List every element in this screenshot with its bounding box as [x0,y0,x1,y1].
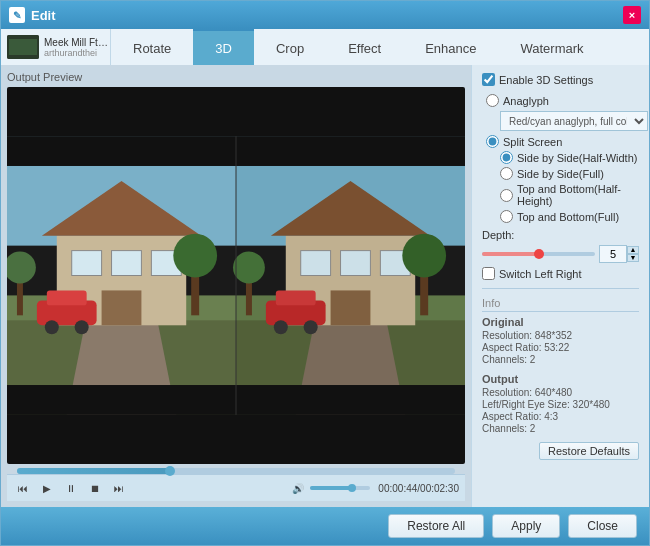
svg-rect-30 [301,251,331,276]
svg-point-36 [274,320,288,334]
controls-bar: ⏮ ▶ ⏸ ⏹ ⏭ 🔊 00:00:44/00:02:30 [7,474,465,501]
svg-point-41 [233,252,265,284]
tab-crop[interactable]: Crop [254,29,326,65]
anaglyph-row: Anaglyph [486,94,639,107]
svg-rect-12 [102,290,142,325]
side-by-side-half-radio[interactable] [500,151,513,164]
skip-forward-button[interactable]: ⏭ [109,478,129,498]
restore-defaults-row: Restore Defaults [482,442,639,460]
tab-bar: Rotate 3D Crop Effect Enhance Watermark [111,29,649,65]
depth-input[interactable] [599,245,627,263]
close-button[interactable]: Close [568,514,637,538]
title-bar: ✎ Edit × [1,1,649,29]
stop-button[interactable]: ⏹ [85,478,105,498]
file-thumbnail [7,35,39,59]
file-sidebar: Meek Mill Ft. ... arthurandthei [1,29,111,65]
svg-rect-43 [236,385,465,415]
enable-3d-label: Enable 3D Settings [499,74,593,86]
depth-increment-button[interactable]: ▲ [627,246,639,254]
switch-lr-row: Switch Left Right [482,267,639,280]
svg-point-39 [402,234,446,278]
info-title: Info [482,297,639,312]
svg-point-18 [173,234,217,278]
top-bottom-half-radio[interactable] [500,189,513,202]
tab-enhance[interactable]: Enhance [403,29,498,65]
depth-slider-fill [482,252,539,256]
svg-rect-31 [341,251,371,276]
depth-slider[interactable] [482,252,595,256]
side-by-side-half-label: Side by Side(Half-Width) [517,152,637,164]
output-preview-label: Output Preview [7,71,465,83]
enable-3d-row: Enable 3D Settings [482,73,639,86]
depth-spin-buttons: ▲ ▼ [627,246,639,262]
svg-rect-33 [331,290,371,325]
svg-rect-42 [236,136,465,166]
settings-panel: Enable 3D Settings Anaglyph Red/cyan ana… [471,65,649,507]
switch-lr-checkbox[interactable] [482,267,495,280]
side-by-side-full-radio[interactable] [500,167,513,180]
output-channels: Channels: 2 [482,423,639,434]
main-content: Output Preview [1,65,649,507]
window-title: Edit [31,8,623,23]
progress-area [7,464,465,474]
original-channels: Channels: 2 [482,354,639,365]
restore-defaults-button[interactable]: Restore Defaults [539,442,639,460]
tab-watermark[interactable]: Watermark [498,29,605,65]
anaglyph-radio[interactable] [486,94,499,107]
window-icon: ✎ [9,7,25,23]
volume-bar[interactable] [310,486,370,490]
volume-icon[interactable]: 🔊 [288,478,308,498]
tab-3d[interactable]: 3D [193,29,254,65]
output-eye-size: Left/Right Eye Size: 320*480 [482,399,639,410]
side-by-side-half-row: Side by Side(Half-Width) [500,151,639,164]
volume-control: 🔊 [288,478,370,498]
svg-point-15 [45,320,59,334]
enable-3d-checkbox[interactable] [482,73,495,86]
video-frame [7,87,465,464]
svg-rect-35 [276,290,316,305]
svg-point-37 [304,320,318,334]
split-screen-label: Split Screen [503,136,562,148]
progress-fill [17,468,170,474]
side-by-side-full-row: Side by Side(Full) [500,167,639,180]
top-bottom-full-radio[interactable] [500,210,513,223]
top-bottom-half-row: Top and Bottom(Half-Height) [500,183,639,207]
progress-bar[interactable] [17,468,455,474]
close-window-button[interactable]: × [623,6,641,24]
skip-back-button[interactable]: ⏮ [13,478,33,498]
pause-button[interactable]: ⏸ [61,478,81,498]
svg-rect-22 [7,385,236,415]
apply-button[interactable]: Apply [492,514,560,538]
output-group-title: Output [482,373,639,385]
edit-window: ✎ Edit × Meek Mill Ft. ... arthurandthei… [0,0,650,546]
top-bottom-full-row: Top and Bottom(Full) [500,210,639,223]
info-section: Info Original Resolution: 848*352 Aspect… [482,297,639,434]
depth-value-container: ▲ ▼ [599,245,639,263]
depth-decrement-button[interactable]: ▼ [627,254,639,262]
svg-rect-10 [112,251,142,276]
volume-thumb [348,484,356,492]
original-resolution: Resolution: 848*352 [482,330,639,341]
depth-slider-thumb [534,249,544,259]
anaglyph-dropdown-row: Red/cyan anaglyph, full color [500,111,639,131]
bottom-bar: Restore All Apply Close [1,507,649,545]
svg-point-16 [75,320,89,334]
original-info-group: Original Resolution: 848*352 Aspect Rati… [482,316,639,365]
svg-rect-9 [72,251,102,276]
output-resolution: Resolution: 640*480 [482,387,639,398]
tab-rotate[interactable]: Rotate [111,29,193,65]
split-screen-radio[interactable] [486,135,499,148]
original-aspect: Aspect Ratio: 53:22 [482,342,639,353]
file-sub: arthurandthei [44,48,109,58]
output-info-group: Output Resolution: 640*480 Left/Right Ey… [482,373,639,434]
depth-row: ▲ ▼ [482,245,639,263]
tab-effect[interactable]: Effect [326,29,403,65]
anaglyph-dropdown[interactable]: Red/cyan anaglyph, full color [500,111,648,131]
anaglyph-label: Anaglyph [503,95,549,107]
split-screen-row: Split Screen [486,135,639,148]
volume-fill [310,486,352,490]
depth-section: Depth: ▲ ▼ [482,229,639,263]
side-by-side-full-label: Side by Side(Full) [517,168,604,180]
restore-all-button[interactable]: Restore All [388,514,484,538]
play-button[interactable]: ▶ [37,478,57,498]
